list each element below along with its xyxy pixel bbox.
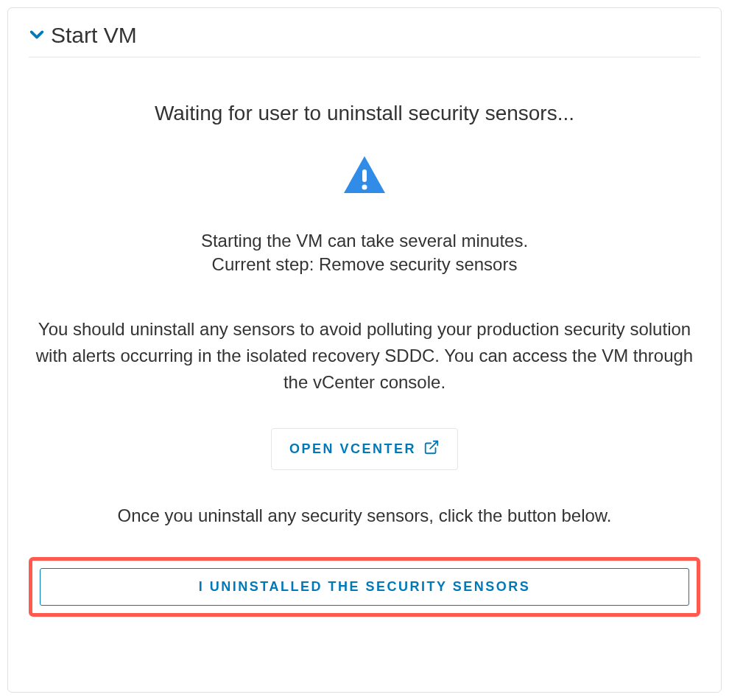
step-value: Remove security sensors: [319, 254, 517, 274]
info-line: Starting the VM can take several minutes…: [29, 228, 700, 254]
panel-header[interactable]: Start VM: [29, 23, 700, 57]
highlight-frame: I UNINSTALLED THE SECURITY SENSORS: [29, 557, 700, 617]
open-vcenter-button[interactable]: OPEN VCENTER: [271, 428, 458, 470]
step-line: Current step: Remove security sensors: [29, 254, 700, 275]
svg-line-2: [430, 441, 437, 449]
uninstalled-sensors-button[interactable]: I UNINSTALLED THE SECURITY SENSORS: [40, 568, 689, 606]
step-label: Current step:: [212, 254, 319, 274]
open-vcenter-label: OPEN VCENTER: [289, 441, 416, 457]
external-link-icon: [423, 439, 440, 459]
status-heading: Waiting for user to uninstall security s…: [29, 102, 700, 125]
instruction: Once you uninstall any security sensors,…: [29, 505, 700, 526]
panel-content: Waiting for user to uninstall security s…: [29, 102, 700, 617]
start-vm-panel: Start VM Waiting for user to uninstall s…: [7, 7, 722, 693]
warning-icon: [342, 155, 387, 198]
panel-title: Start VM: [51, 23, 137, 48]
description: You should uninstall any sensors to avoi…: [29, 316, 700, 396]
svg-rect-0: [362, 169, 367, 182]
chevron-down-icon: [29, 27, 45, 45]
svg-point-1: [362, 185, 367, 190]
